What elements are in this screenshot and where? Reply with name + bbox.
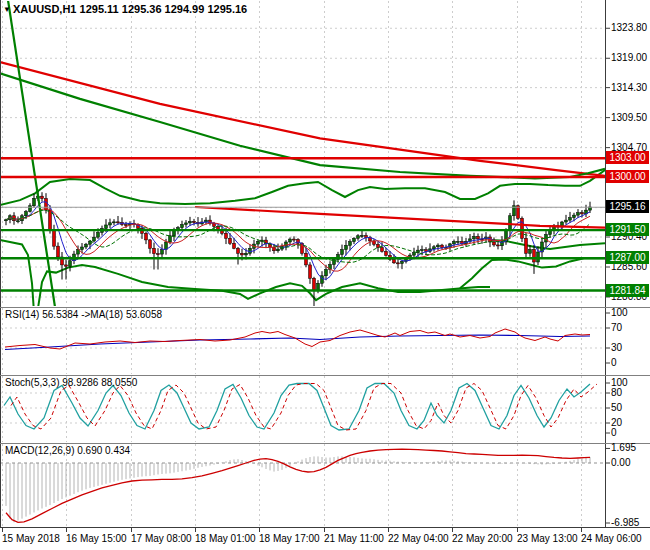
- chart-canvas[interactable]: [0, 0, 650, 550]
- mt4-chart-window[interactable]: ▼XAUUSD,H1 1295.11 1295.36 1294.99 1295.…: [0, 0, 650, 550]
